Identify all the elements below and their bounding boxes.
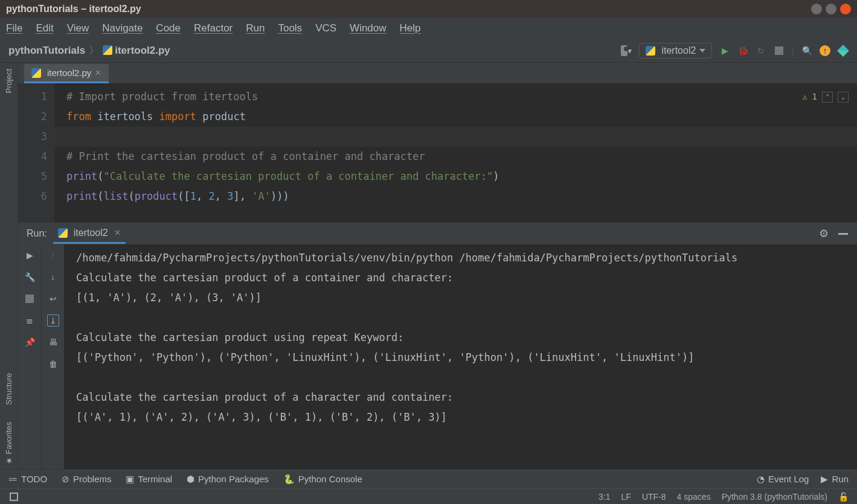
python-console-tool-button[interactable]: 🐍 Python Console <box>283 474 362 485</box>
structure-tool-button[interactable]: Structure <box>4 369 13 409</box>
menubar: File Edit View Navigate Code Refactor Ru… <box>0 18 857 39</box>
stop-icon[interactable] <box>24 293 36 305</box>
warning-icon[interactable]: ⚠ <box>802 87 807 107</box>
main-area: Project Structure ★ Favorites itertool2.… <box>0 63 857 469</box>
python-file-icon <box>31 68 41 78</box>
navigation-toolbar: pythonTutorials 〉 itertool2.py ▾ itertoo… <box>0 39 857 63</box>
menu-file[interactable]: File <box>6 22 22 34</box>
lock-icon[interactable]: 🔓 <box>838 492 849 502</box>
bottom-tool-bar: ≔ TODO ⊘ Problems ▣ Terminal ⬢ Python Pa… <box>0 469 857 488</box>
run-tab[interactable]: itertool2✕ <box>53 224 126 244</box>
run-tool-button[interactable]: ▶ Run <box>821 474 849 485</box>
status-line-ending[interactable]: LF <box>621 492 631 502</box>
chevron-down-icon <box>699 49 705 53</box>
update-icon[interactable]: ↑ <box>820 45 830 56</box>
clear-icon[interactable]: 🗑 <box>47 358 59 370</box>
chevron-right-icon: 〉 <box>89 43 99 57</box>
favorites-tool-button[interactable]: ★ Favorites <box>4 418 13 469</box>
close-run-tab-icon[interactable]: ✕ <box>114 228 121 237</box>
breadcrumb-file[interactable]: itertool2.py <box>103 45 170 57</box>
softwrap-icon[interactable]: ↩ <box>47 293 59 305</box>
status-encoding[interactable]: UTF-8 <box>642 492 666 502</box>
pin-icon[interactable]: 📌 <box>24 336 36 348</box>
project-tool-button[interactable]: Project <box>4 65 13 97</box>
wrench-icon[interactable]: 🔧 <box>24 271 36 283</box>
tab-itertool2[interactable]: itertool2.py ✕ <box>24 64 109 83</box>
hide-panel-icon[interactable] <box>838 228 849 239</box>
window-controls <box>811 4 851 14</box>
python-file-icon <box>103 45 112 55</box>
window-titlebar: pythonTutorials – itertool2.py <box>0 0 857 18</box>
console-output[interactable]: /home/fahmida/PycharmProjects/pythonTuto… <box>64 244 857 469</box>
stop-button[interactable] <box>774 45 785 56</box>
window-title: pythonTutorials – itertool2.py <box>6 4 141 14</box>
status-indent[interactable]: 4 spaces <box>677 492 711 502</box>
editor-tabs: itertool2.py ✕ <box>18 63 857 83</box>
status-bar: 3:1 LF UTF-8 4 spaces Python 3.8 (python… <box>0 488 857 504</box>
menu-edit[interactable]: Edit <box>36 22 53 34</box>
run-body: ▶ 🔧 ≣ 📌 ↑ ↓ ↩ ⤓ 🖶 🗑 /home/fahmida/Pychar… <box>18 244 857 469</box>
search-everywhere-button[interactable]: 🔍 <box>801 45 812 56</box>
rerun-button[interactable]: ▶ <box>24 249 36 261</box>
ide-settings-icon[interactable] <box>838 45 849 56</box>
event-log-button[interactable]: ◔ Event Log <box>757 474 809 485</box>
menu-navigate[interactable]: Navigate <box>102 22 143 34</box>
python-icon <box>646 46 655 56</box>
settings-icon[interactable]: ⚙ <box>818 228 829 239</box>
maximize-icon[interactable] <box>826 4 836 14</box>
run-coverage-button[interactable]: ↻ <box>756 45 766 56</box>
left-tool-rail: Project Structure ★ Favorites <box>0 63 18 469</box>
status-interpreter[interactable]: Python 3.8 (pythonTutorials) <box>722 492 827 502</box>
status-caret[interactable]: 3:1 <box>599 492 610 502</box>
scroll-to-end-icon[interactable]: ⤓ <box>47 314 59 327</box>
toggle-toolwindows-icon[interactable] <box>8 491 19 502</box>
layout-icon[interactable]: ≣ <box>24 314 36 327</box>
close-tab-icon[interactable]: ✕ <box>95 68 101 77</box>
next-highlight-button[interactable]: ⌄ <box>838 92 849 103</box>
run-console-toolbar: ↑ ↓ ↩ ⤓ 🖶 🗑 <box>41 244 64 469</box>
prev-highlight-button[interactable]: ⌃ <box>822 92 833 103</box>
menu-code[interactable]: Code <box>156 22 181 34</box>
todo-tool-button[interactable]: ≔ TODO <box>8 474 47 485</box>
run-side-toolbar: ▶ 🔧 ≣ 📌 <box>18 244 41 469</box>
breadcrumb-project[interactable]: pythonTutorials <box>8 45 85 57</box>
menu-vcs[interactable]: VCS <box>315 22 336 34</box>
code-editor[interactable]: 123456 # Import product from itertools f… <box>18 83 857 222</box>
menu-run[interactable]: Run <box>246 22 265 34</box>
breadcrumb: pythonTutorials 〉 itertool2.py <box>8 43 170 57</box>
minimize-icon[interactable] <box>811 4 822 14</box>
run-header: Run: itertool2✕ ⚙ <box>18 223 857 244</box>
tab-label: itertool2.py <box>47 68 91 78</box>
run-label: Run: <box>27 228 47 239</box>
run-config-selector[interactable]: itertool2 <box>639 43 712 59</box>
terminal-tool-button[interactable]: ▣ Terminal <box>126 474 172 485</box>
down-icon[interactable]: ↓ <box>47 271 59 283</box>
python-packages-tool-button[interactable]: ⬢ Python Packages <box>187 474 269 485</box>
gutter: 123456 <box>18 83 54 222</box>
menu-tools[interactable]: Tools <box>278 22 302 34</box>
user-icon[interactable]: ▾ <box>621 45 632 56</box>
up-icon[interactable]: ↑ <box>47 249 59 261</box>
print-icon[interactable]: 🖶 <box>47 336 59 348</box>
python-icon <box>58 228 68 238</box>
code-body[interactable]: # Import product from itertools from ite… <box>54 83 857 222</box>
menu-window[interactable]: Window <box>350 22 386 34</box>
run-button[interactable]: ▶ <box>719 45 730 56</box>
debug-button[interactable]: 🐞 <box>737 45 748 56</box>
run-tool-window: Run: itertool2✕ ⚙ ▶ 🔧 ≣ 📌 ↑ ↓ <box>18 222 857 469</box>
close-icon[interactable] <box>840 4 851 14</box>
editor-area: itertool2.py ✕ 123456 # Import product f… <box>18 63 857 469</box>
menu-view[interactable]: View <box>67 22 89 34</box>
problems-tool-button[interactable]: ⊘ Problems <box>62 474 111 485</box>
editor-inspection: ⚠1 ⌃ ⌄ <box>802 87 849 107</box>
menu-refactor[interactable]: Refactor <box>194 22 233 34</box>
current-line-highlight <box>54 127 857 147</box>
menu-help[interactable]: Help <box>400 22 421 34</box>
